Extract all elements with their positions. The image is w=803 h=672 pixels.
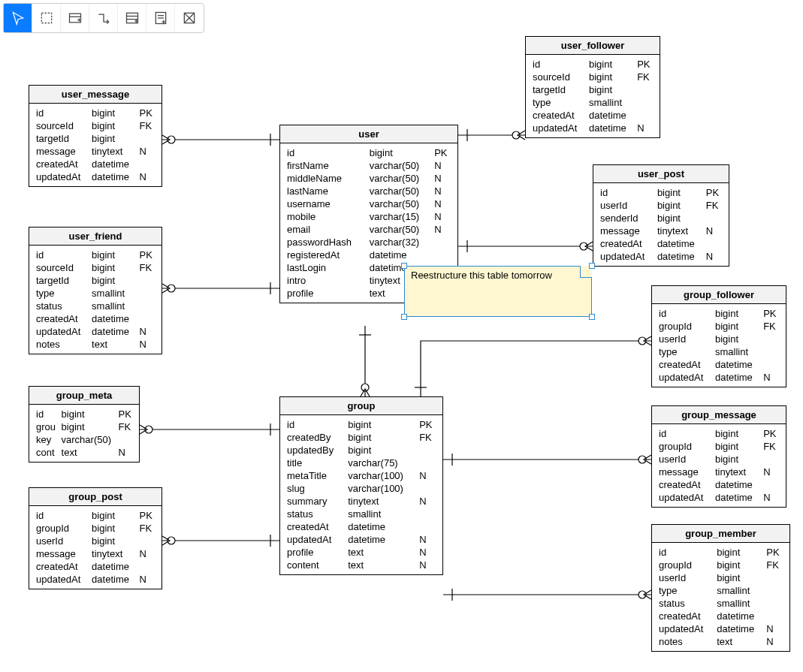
col-name: summary — [285, 495, 346, 508]
column-row: firstNamevarchar(50)N — [285, 159, 453, 172]
col-key: N — [137, 547, 157, 560]
col-name: createdAt — [657, 610, 714, 622]
tool-connector[interactable] — [89, 4, 118, 32]
entity-title: user_message — [29, 86, 162, 104]
column-row: metaTitlevarchar(100)N — [285, 469, 438, 482]
entity-group[interactable]: groupidbigintPKcreatedBybigintFKupdatedB… — [279, 396, 443, 575]
svg-point-37 — [638, 456, 646, 463]
column-row: sourceIdbigintFK — [34, 261, 157, 274]
column-row: updatedAtdatetimeN — [34, 325, 157, 338]
entity-user_message[interactable]: user_messageidbigintPKsourceIdbigintFKta… — [29, 85, 162, 187]
col-name: id — [34, 249, 89, 261]
column-row: slugvarchar(100) — [285, 482, 438, 495]
col-key: N — [137, 170, 157, 183]
entity-group_message[interactable]: group_messageidbigintPKgroupIdbigintFKus… — [651, 405, 786, 508]
col-name: updatedAt — [657, 622, 714, 635]
col-key — [417, 508, 438, 520]
column-row: createdBybigintFK — [285, 431, 438, 444]
column-row: idbigintPK — [598, 186, 724, 199]
entity-user_friend[interactable]: user_friendidbigintPKsourceIdbigintFKtar… — [29, 227, 162, 354]
resize-handle-nw[interactable] — [401, 263, 407, 269]
col-key: N — [764, 622, 785, 635]
col-type: tinytext — [655, 225, 704, 237]
col-type: datetime — [367, 249, 432, 261]
col-name: slug — [285, 482, 346, 495]
col-name: groupId — [657, 320, 713, 333]
col-type: bigint — [714, 546, 764, 559]
entity-user_post[interactable]: user_postidbigintPKuserIdbigintFKsenderI… — [593, 164, 729, 267]
col-name: targetId — [34, 132, 89, 145]
col-key — [761, 358, 781, 371]
col-key: N — [137, 145, 157, 158]
sticky-note[interactable]: Reestructure this table tomorrow — [404, 266, 592, 317]
col-type: datetime — [713, 358, 761, 371]
svg-point-14 — [168, 136, 175, 143]
col-name: lastName — [285, 185, 367, 197]
column-row: registeredAtdatetime — [285, 249, 453, 261]
col-name: key — [34, 433, 59, 446]
col-key — [432, 236, 453, 249]
tool-table[interactable] — [61, 4, 89, 32]
column-row: updatedBybigint — [285, 444, 438, 457]
col-name: updatedAt — [598, 250, 655, 263]
col-key — [761, 333, 781, 345]
col-type: bigint — [713, 333, 761, 345]
col-key — [137, 132, 157, 145]
col-key: PK — [761, 307, 781, 320]
resize-handle-sw[interactable] — [401, 314, 407, 320]
col-type: datetime — [713, 491, 761, 504]
col-name: sourceId — [530, 71, 587, 83]
col-key: N — [417, 546, 438, 559]
col-name: id — [285, 418, 346, 431]
col-key: N — [417, 469, 438, 482]
col-key: N — [432, 197, 453, 210]
col-name: id — [34, 107, 89, 119]
entity-user_follower[interactable]: user_followeridbigintPKsourceIdbigintFKt… — [525, 36, 660, 138]
column-row: statussmallint — [657, 597, 785, 610]
entity-group_follower[interactable]: group_followeridbigintPKgroupIdbigintFKu… — [651, 285, 786, 387]
tool-form[interactable] — [146, 4, 175, 32]
column-row: groupIdbigintFK — [657, 559, 785, 571]
col-type: bigint — [713, 453, 761, 466]
column-row: mobilevarchar(15)N — [285, 210, 453, 223]
column-row: keyvarchar(50) — [34, 433, 134, 446]
entity-columns: idbigintPKgroupIdbigintFKuserIdbigintmes… — [657, 427, 781, 504]
column-row: conttextN — [34, 446, 134, 459]
col-key: N — [432, 185, 453, 197]
column-row: targetIdbigint — [34, 274, 157, 287]
col-type: bigint — [89, 274, 137, 287]
entity-group_post[interactable]: group_postidbigintPKgroupIdbigintFKuserI… — [29, 487, 162, 589]
column-row: usernamevarchar(50)N — [285, 197, 453, 210]
col-type: datetime — [714, 610, 764, 622]
resize-handle-se[interactable] — [589, 314, 595, 320]
entity-group_meta[interactable]: group_metaidbigintPKgroubigintFKkeyvarch… — [29, 386, 140, 463]
column-row: titlevarchar(75) — [285, 457, 438, 469]
col-name: updatedBy — [285, 444, 346, 457]
column-row: updatedAtdatetimeN — [657, 491, 781, 504]
col-type: datetime — [713, 371, 761, 384]
col-key: N — [432, 172, 453, 185]
tool-marquee[interactable] — [32, 4, 61, 32]
entity-columns: idbigintPKsourceIdbigintFKtargetIdbigint… — [530, 58, 655, 134]
col-key — [764, 584, 785, 597]
col-name: registeredAt — [285, 249, 367, 261]
resize-handle-ne[interactable] — [589, 263, 595, 269]
tool-rows[interactable] — [118, 4, 146, 32]
col-name: id — [530, 58, 587, 71]
column-row: userIdbigint — [34, 535, 157, 547]
col-type: bigint — [367, 146, 432, 159]
col-type: datetime — [346, 520, 417, 533]
column-row: updatedAtdatetimeN — [285, 533, 438, 546]
tool-shape[interactable] — [175, 4, 204, 32]
col-type: bigint — [89, 249, 137, 261]
col-name: metaTitle — [285, 469, 346, 482]
col-key: PK — [704, 186, 724, 199]
col-key: PK — [417, 418, 438, 431]
tool-pointer[interactable] — [4, 4, 32, 32]
entity-columns: idbigintPKsourceIdbigintFKtargetIdbigint… — [34, 249, 157, 351]
column-row: typesmallint — [34, 287, 157, 300]
entity-group_member[interactable]: group_memberidbigintPKgroupIdbigintFKuse… — [651, 524, 790, 652]
col-name: userId — [598, 199, 655, 212]
col-key — [137, 535, 157, 547]
col-key: FK — [764, 559, 785, 571]
